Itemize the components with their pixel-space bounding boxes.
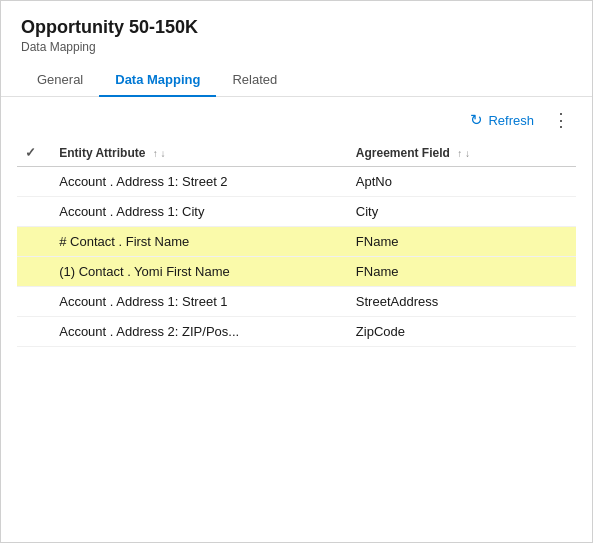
row-agreement-cell: StreetAddress [348, 287, 576, 317]
entity-sort-icons[interactable]: ↑ ↓ [153, 148, 166, 159]
main-window: Opportunity 50-150K Data Mapping General… [0, 0, 593, 543]
page-subtitle: Data Mapping [21, 40, 572, 54]
row-check-cell [17, 227, 51, 257]
row-agreement-cell: FName [348, 257, 576, 287]
row-entity-cell: # Contact . First Name [51, 227, 348, 257]
tab-bar: General Data Mapping Related [21, 64, 572, 96]
table-row[interactable]: Account . Address 1: Street 2AptNo [17, 167, 576, 197]
more-options-button[interactable]: ⋮ [546, 109, 576, 131]
col-entity[interactable]: Entity Attribute ↑ ↓ [51, 139, 348, 167]
row-entity-cell: Account . Address 1: Street 1 [51, 287, 348, 317]
data-mapping-table: ✓ Entity Attribute ↑ ↓ Agreement Field ↑… [17, 139, 576, 347]
row-entity-cell: Account . Address 1: City [51, 197, 348, 227]
row-agreement-cell: AptNo [348, 167, 576, 197]
table-row[interactable]: Account . Address 1: CityCity [17, 197, 576, 227]
header-checkmark: ✓ [25, 145, 36, 160]
table-row[interactable]: Account . Address 1: Street 1StreetAddre… [17, 287, 576, 317]
header: Opportunity 50-150K Data Mapping General… [1, 1, 592, 97]
row-check-cell [17, 167, 51, 197]
table-container: ✓ Entity Attribute ↑ ↓ Agreement Field ↑… [1, 139, 592, 542]
row-check-cell [17, 287, 51, 317]
refresh-label: Refresh [488, 113, 534, 128]
tab-general[interactable]: General [21, 64, 99, 97]
toolbar: ↻ Refresh ⋮ [1, 97, 592, 139]
table-header-row: ✓ Entity Attribute ↑ ↓ Agreement Field ↑… [17, 139, 576, 167]
row-agreement-cell: FName [348, 227, 576, 257]
table-body: Account . Address 1: Street 2AptNoAccoun… [17, 167, 576, 347]
refresh-button[interactable]: ↻ Refresh [464, 107, 540, 133]
refresh-icon: ↻ [470, 111, 483, 129]
tab-related[interactable]: Related [216, 64, 293, 97]
page-title: Opportunity 50-150K [21, 17, 572, 38]
row-agreement-cell: City [348, 197, 576, 227]
row-agreement-cell: ZipCode [348, 317, 576, 347]
tab-data-mapping[interactable]: Data Mapping [99, 64, 216, 97]
row-entity-cell: Account . Address 2: ZIP/Pos... [51, 317, 348, 347]
row-check-cell [17, 317, 51, 347]
agreement-sort-icons[interactable]: ↑ ↓ [457, 148, 470, 159]
row-entity-cell: (1) Contact . Yomi First Name [51, 257, 348, 287]
row-entity-cell: Account . Address 1: Street 2 [51, 167, 348, 197]
col-agreement[interactable]: Agreement Field ↑ ↓ [348, 139, 576, 167]
row-check-cell [17, 197, 51, 227]
table-row[interactable]: (1) Contact . Yomi First NameFName [17, 257, 576, 287]
table-row[interactable]: Account . Address 2: ZIP/Pos...ZipCode [17, 317, 576, 347]
table-row[interactable]: # Contact . First NameFName [17, 227, 576, 257]
row-check-cell [17, 257, 51, 287]
col-check: ✓ [17, 139, 51, 167]
